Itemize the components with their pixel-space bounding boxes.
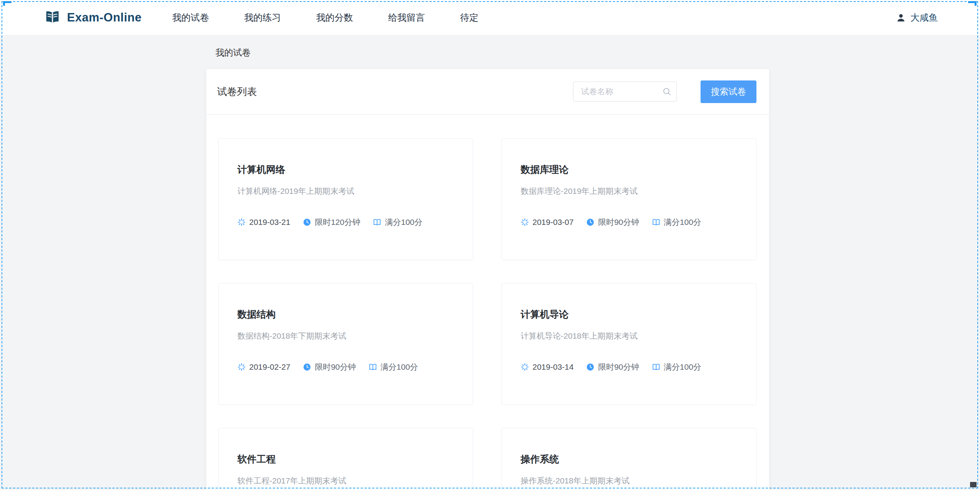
exam-card[interactable]: 软件工程 软件工程-2017年上期期末考试	[218, 428, 473, 490]
exam-duration-text: 限时90分钟	[315, 362, 356, 372]
exam-date-text: 2019-03-14	[532, 362, 573, 372]
exam-date-text: 2019-03-07	[532, 218, 573, 227]
exam-card-title: 数据库理论	[521, 163, 738, 175]
exam-card-meta: 2019-03-14 限时90分钟 满分100分	[521, 362, 738, 372]
panel-header: 试卷列表 搜索试卷	[206, 69, 769, 115]
page-body: 我的试卷 试卷列表 搜索试卷 计算机网络 计算机网络-2019年上	[0, 36, 980, 490]
exam-card-title: 操作系统	[521, 453, 738, 465]
exam-score-text: 满分100分	[385, 217, 422, 228]
exam-card[interactable]: 数据库理论 数据库理论-2019年上期期末考试	[501, 138, 756, 260]
nav-item-my-practice[interactable]: 我的练习	[239, 8, 286, 27]
clock-icon	[586, 363, 598, 371]
search-group: 搜索试卷	[573, 80, 756, 103]
top-navbar: Exam-Online 我的试卷 我的练习 我的分数 给我留言 待定 大咸鱼	[0, 0, 980, 36]
spinner-date-icon	[521, 218, 532, 226]
exam-card-subtitle: 数据结构-2018年下期期末考试	[237, 331, 454, 341]
exam-card-subtitle: 计算机导论-2018年上期期末考试	[521, 331, 738, 341]
clock-icon	[303, 363, 315, 371]
book-score-icon	[369, 363, 381, 371]
exam-card-meta: 2019-02-27 限时90分钟 满分100分	[237, 362, 454, 372]
exam-card-title: 软件工程	[237, 453, 454, 465]
search-box	[573, 82, 677, 102]
exam-duration: 限时90分钟	[586, 362, 639, 372]
user-name: 大咸鱼	[910, 11, 938, 24]
exam-card[interactable]: 操作系统 操作系统-2018年上期期末考试	[501, 428, 756, 490]
exam-date: 2019-03-14	[521, 362, 573, 372]
exam-duration-text: 限时120分钟	[315, 217, 360, 228]
nav-item-my-scores[interactable]: 我的分数	[311, 8, 358, 27]
spinner-date-icon	[237, 363, 249, 371]
book-score-icon	[652, 363, 664, 371]
exam-duration: 限时120分钟	[303, 217, 360, 228]
nav-item-message-me[interactable]: 给我留言	[383, 8, 430, 27]
exam-card-subtitle: 数据库理论-2019年上期期末考试	[521, 186, 738, 196]
exam-duration-text: 限时90分钟	[598, 217, 639, 228]
exam-date-text: 2019-02-27	[249, 362, 290, 372]
nav-item-pending[interactable]: 待定	[455, 8, 484, 27]
search-input[interactable]	[573, 82, 677, 102]
spinner-date-icon	[521, 363, 532, 371]
exam-card-subtitle: 操作系统-2018年上期期末考试	[521, 476, 738, 486]
exam-score-text: 满分100分	[664, 362, 701, 372]
exam-duration: 限时90分钟	[303, 362, 356, 372]
exam-score: 满分100分	[369, 362, 418, 372]
paper-list-panel: 试卷列表 搜索试卷 计算机网络 计算机网络-2019年上期期末考试	[206, 69, 769, 490]
book-score-icon	[652, 218, 664, 226]
exam-score: 满分100分	[373, 217, 422, 228]
exam-card-title: 计算机导论	[521, 308, 738, 320]
exam-duration-text: 限时90分钟	[598, 362, 639, 372]
main-nav: 我的试卷 我的练习 我的分数 给我留言 待定	[167, 8, 508, 27]
user-icon	[896, 13, 906, 23]
exam-score-text: 满分100分	[664, 217, 701, 228]
search-papers-button[interactable]: 搜索试卷	[701, 80, 756, 103]
nav-item-my-papers[interactable]: 我的试卷	[167, 8, 214, 27]
clock-icon	[303, 218, 315, 226]
clock-icon	[586, 218, 598, 226]
book-score-icon	[373, 218, 385, 226]
exam-score: 满分100分	[652, 217, 701, 228]
exam-score: 满分100分	[652, 362, 701, 372]
exam-card-title: 数据结构	[237, 308, 454, 320]
exam-card-subtitle: 计算机网络-2019年上期期末考试	[237, 186, 454, 196]
exam-card-title: 计算机网络	[237, 163, 454, 175]
exam-card-meta: 2019-03-07 限时90分钟 满分100分	[521, 217, 738, 228]
brand-name: Exam-Online	[67, 11, 142, 25]
spinner-date-icon	[237, 218, 249, 226]
exam-card[interactable]: 计算机网络 计算机网络-2019年上期期末考试	[218, 138, 473, 260]
exam-card-grid: 计算机网络 计算机网络-2019年上期期末考试	[206, 115, 769, 490]
panel-title: 试卷列表	[217, 85, 257, 98]
exam-score-text: 满分100分	[381, 362, 418, 372]
open-book-logo-icon	[44, 10, 61, 26]
user-menu[interactable]: 大咸鱼	[896, 11, 938, 24]
exam-date: 2019-03-07	[521, 218, 573, 227]
exam-date: 2019-03-21	[237, 218, 290, 227]
exam-duration: 限时90分钟	[586, 217, 639, 228]
exam-card-meta: 2019-03-21 限时120分钟 满分100	[237, 217, 454, 228]
exam-card[interactable]: 数据结构 数据结构-2018年下期期末考试	[218, 283, 473, 405]
exam-card[interactable]: 计算机导论 计算机导论-2018年上期期末考试	[501, 283, 756, 405]
exam-date-text: 2019-03-21	[249, 218, 290, 227]
exam-card-subtitle: 软件工程-2017年上期期末考试	[237, 476, 454, 486]
breadcrumb: 我的试卷	[216, 47, 980, 58]
exam-date: 2019-02-27	[237, 362, 290, 372]
brand[interactable]: Exam-Online	[44, 10, 142, 26]
